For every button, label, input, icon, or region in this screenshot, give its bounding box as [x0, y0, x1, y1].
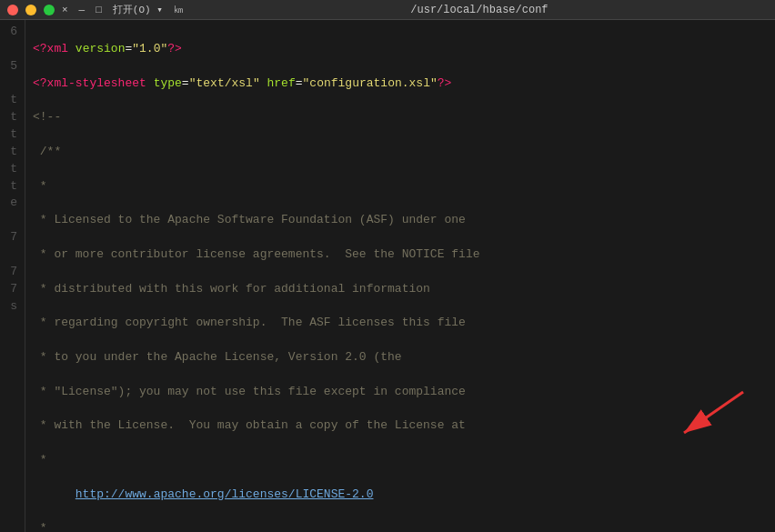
open-menu[interactable]: 打开(O) ▾ — [113, 3, 163, 16]
star-blank-line: * — [33, 452, 768, 469]
jsdoc-open-line: /** — [33, 144, 768, 161]
code-area[interactable]: <?xml version="1.0"?> <?xml-stylesheet t… — [25, 20, 775, 532]
license-line4: * regarding copyright ownership. The ASF… — [33, 315, 768, 332]
star-blank2-line: * — [33, 520, 768, 532]
stylesheet-line: <?xml-stylesheet type="text/xsl" href="c… — [33, 75, 768, 93]
maximize-icon[interactable]: □ — [96, 5, 102, 15]
comment-open-line: <!-- — [33, 109, 768, 126]
license-line2: * or more contributor license agreements… — [33, 246, 768, 264]
license-line6: * "License"); you may not use this file … — [33, 384, 768, 401]
license-link-line: http://www.apache.org/licenses/LICENSE-2… — [33, 487, 768, 504]
minimize-btn[interactable] — [25, 5, 36, 15]
tools-icon[interactable]: ㎞ — [174, 3, 184, 16]
close-btn[interactable] — [7, 5, 18, 15]
star-line: * — [33, 178, 768, 196]
minimize-icon[interactable]: — — [79, 5, 86, 15]
license-line5: * to you under the Apache License, Versi… — [33, 349, 768, 366]
xml-decl-line: <?xml version="1.0"?> — [33, 41, 768, 58]
editor: 6 5 t t t t t t e 7 7 7 s <?xml version=… — [0, 20, 775, 532]
titlebar: × — □ 打开(O) ▾ ㎞ /usr/local/hbase/conf — [0, 0, 775, 20]
file-path: /usr/local/hbase/conf — [191, 4, 768, 16]
license-line3: * distributed with this work for additio… — [33, 281, 768, 298]
menu-bar: × — □ 打开(O) ▾ ㎞ — [62, 3, 184, 16]
line-numbers: 6 5 t t t t t t e 7 7 7 s — [0, 20, 25, 532]
license-line7: * with the License. You may obtain a cop… — [33, 417, 768, 435]
maximize-btn[interactable] — [44, 5, 55, 15]
license-line1: * Licensed to the Apache Software Founda… — [33, 212, 768, 229]
close-icon[interactable]: × — [62, 5, 68, 15]
